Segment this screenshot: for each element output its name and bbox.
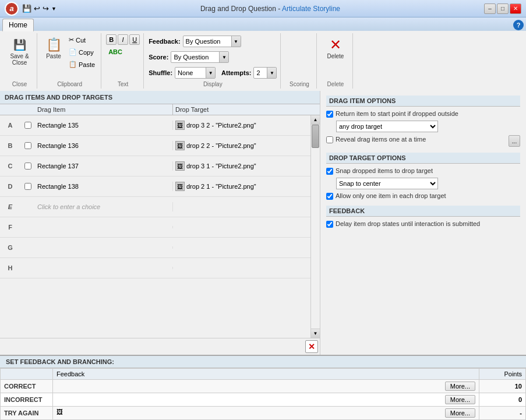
cut-button[interactable]: ✂ Cut — [66, 34, 97, 45]
bold-button[interactable]: B — [106, 34, 117, 45]
scroll-up-button[interactable]: ▲ — [311, 115, 320, 125]
allow-only-label: Allow only one item in each drop target — [336, 192, 446, 199]
row-letter: F — [0, 224, 20, 231]
scrollbar-header-spacer — [310, 104, 320, 115]
more-button[interactable]: More... — [445, 382, 475, 391]
table-row[interactable]: ARectangle 135🖼drop 3 2 - "Picture2.png" — [0, 115, 310, 136]
title-bar-controls: – □ ✕ — [484, 3, 521, 14]
attempts-combo[interactable]: 2 ▼ — [253, 67, 277, 79]
more-button[interactable]: More... — [445, 395, 475, 404]
tab-home[interactable]: Home — [2, 19, 34, 31]
maximize-button[interactable]: □ — [497, 3, 509, 14]
help-button[interactable]: ? — [513, 20, 524, 30]
delete-group-label: Delete — [327, 80, 344, 87]
attempts-dropdown-arrow[interactable]: ▼ — [267, 68, 276, 78]
drop-target-icon: 🖼 — [175, 121, 185, 130]
more-button[interactable]: More... — [445, 408, 475, 418]
delay-item-checkbox[interactable] — [326, 221, 333, 228]
title-text: Drag and Drop Question - Articulate Stor… — [200, 5, 340, 13]
bottom-header: SET FEEDBACK AND BRANCHING: — [0, 356, 526, 368]
ribbon-group-display: Feedback: By Question ▼ Score: By Questi… — [145, 33, 281, 89]
save-quick-icon[interactable]: 💾 — [22, 4, 31, 13]
left-panel: DRAG ITEMS AND DROP TARGETS Drag Item Dr… — [0, 91, 320, 355]
feedback-options: FEEDBACK Delay item drop states until in… — [326, 206, 520, 228]
shuffle-value: None — [175, 69, 206, 76]
scoring-group-label: Scoring — [290, 80, 309, 87]
minimize-button[interactable]: – — [484, 3, 496, 14]
feedback-combo[interactable]: By Question ▼ — [183, 36, 241, 47]
snap-dropped-label: Snap dropped items to drop target — [336, 167, 433, 174]
paste-small-button[interactable]: 📋 Paste — [66, 59, 97, 70]
shuffle-dropdown-arrow[interactable]: ▼ — [206, 68, 215, 78]
score-dropdown-arrow[interactable]: ▼ — [219, 52, 228, 62]
row-letter: G — [0, 244, 20, 251]
spellcheck-button[interactable]: ABC — [106, 47, 140, 57]
drag-item-cell[interactable]: Click to enter a choice — [35, 202, 173, 211]
ribbon: Home ? 💾 Save &Close Close 📋 Paste — [0, 17, 526, 91]
copy-button[interactable]: 📄 Copy — [66, 47, 97, 58]
row-checkbox[interactable] — [24, 163, 31, 170]
table-row[interactable]: BRectangle 136🖼drop 2 2 - "Picture2.png" — [0, 136, 310, 156]
italic-button[interactable]: I — [118, 34, 128, 45]
table-row[interactable]: DRectangle 138🖼drop 2 1 - "Picture2.png" — [0, 177, 310, 197]
drop-target-options: DROP TARGET OPTIONS Snap dropped items t… — [326, 153, 520, 200]
delay-item-option: Delay item drop states until interaction… — [326, 220, 520, 228]
title-bar: a 💾 ↩ ↪ ▼ Drag and Drop Question - Artic… — [0, 0, 526, 17]
drop-target-icon: 🖼 — [175, 182, 185, 191]
table-row[interactable]: CRectangle 137🖼drop 3 1 - "Picture2.png" — [0, 156, 310, 177]
drag-item-cell: Rectangle 135 — [35, 121, 173, 130]
row-checkbox[interactable] — [24, 122, 31, 129]
delete-x-button[interactable]: ✕ — [305, 340, 318, 353]
table-row: F — [0, 217, 310, 238]
paste-small-icon: 📋 — [69, 61, 77, 68]
drag-table-header: Drag Item Drop Target — [0, 104, 320, 115]
right-panel: DRAG ITEM OPTIONS Return item to start p… — [320, 91, 526, 355]
undo-quick-icon[interactable]: ↩ — [34, 4, 40, 13]
return-item-label: Return item to start point if dropped ou… — [336, 110, 458, 117]
header-check-spacer — [20, 104, 35, 115]
delete-button[interactable]: ✕ Delete — [323, 34, 347, 62]
feedback-row-points: 10 — [479, 380, 526, 393]
ribbon-tabs: Home ? — [0, 17, 526, 31]
feedback-table: Feedback Points CORRECTMore...10INCORREC… — [0, 368, 526, 420]
drag-item-cell — [35, 226, 173, 228]
close-group-label: Close — [12, 80, 27, 87]
scroll-down-button[interactable]: ▼ — [311, 329, 320, 338]
feedback-row-label: INCORRECT — [1, 393, 53, 407]
snap-select[interactable]: Snap to center — [336, 178, 438, 189]
row-checkbox[interactable] — [24, 142, 31, 149]
reveal-drag-checkbox[interactable] — [326, 136, 333, 143]
drag-table-body: ARectangle 135🖼drop 3 2 - "Picture2.png"… — [0, 115, 320, 338]
col-header-feedback: Feedback — [53, 369, 479, 380]
score-combo[interactable]: By Question ▼ — [171, 51, 229, 63]
paste-button[interactable]: 📋 Paste — [42, 34, 65, 62]
quick-dropdown-icon[interactable]: ▼ — [51, 6, 57, 12]
feedback-row-icon: 🖼 — [57, 408, 63, 415]
save-close-button[interactable]: 💾 Save &Close — [6, 34, 32, 68]
drag-rows: ARectangle 135🖼drop 3 2 - "Picture2.png"… — [0, 115, 310, 338]
main-area: DRAG ITEMS AND DROP TARGETS Drag Item Dr… — [0, 91, 526, 420]
underline-button[interactable]: U — [129, 34, 140, 45]
drop-target-cell: 🖼drop 3 1 - "Picture2.png" — [173, 160, 310, 172]
row-letter: D — [0, 183, 20, 190]
redo-quick-icon[interactable]: ↪ — [43, 4, 49, 13]
feedback-row-content: More... — [53, 380, 479, 393]
drop-target-cell — [173, 226, 310, 228]
drop-target-select[interactable]: any drop target — [336, 121, 438, 132]
close-button[interactable]: ✕ — [510, 3, 521, 14]
row-checkbox[interactable] — [24, 183, 31, 190]
content-area: DRAG ITEMS AND DROP TARGETS Drag Item Dr… — [0, 91, 526, 355]
drag-items-header: DRAG ITEMS AND DROP TARGETS — [0, 91, 320, 104]
reveal-ellipsis-button[interactable]: ... — [509, 135, 520, 147]
scroll-thumb[interactable] — [312, 125, 319, 148]
shuffle-combo[interactable]: None ▼ — [175, 67, 216, 79]
paste-label: Paste — [46, 53, 61, 59]
feedback-dropdown-arrow[interactable]: ▼ — [231, 36, 241, 47]
drop-target-cell: 🖼drop 2 1 - "Picture2.png" — [173, 181, 310, 192]
return-item-checkbox[interactable] — [326, 111, 333, 118]
allow-only-checkbox[interactable] — [326, 193, 333, 200]
feedback-options-title: FEEDBACK — [326, 206, 520, 217]
snap-dropped-checkbox[interactable] — [326, 168, 333, 175]
vertical-scrollbar[interactable]: ▲ ▼ — [310, 115, 320, 338]
feedback-table-row: INCORRECTMore...0 — [1, 393, 526, 407]
